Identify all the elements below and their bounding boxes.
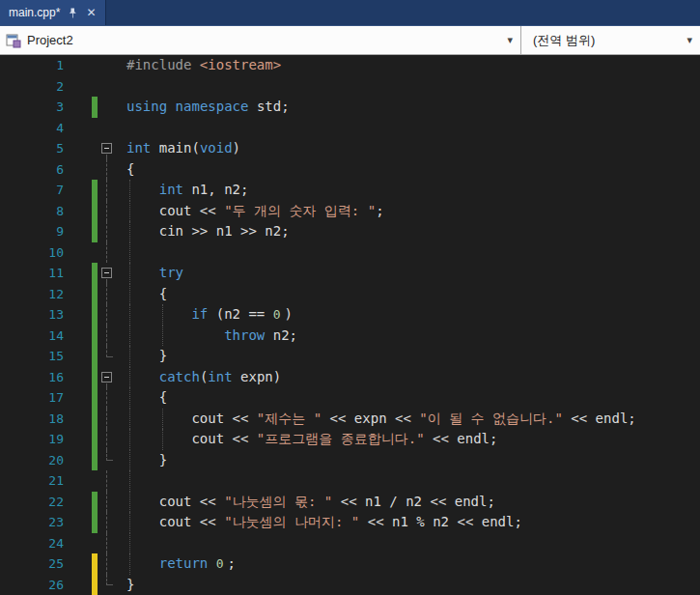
- code-token: cout <<: [126, 514, 224, 529]
- code-line[interactable]: 11 try: [0, 263, 700, 284]
- fold-toggle-icon[interactable]: [101, 143, 112, 154]
- code-content: #include <iostream>: [117, 55, 700, 76]
- code-token: << endl;: [425, 431, 498, 446]
- tab-main-cpp[interactable]: main.cpp* ✕: [0, 0, 106, 25]
- code-line[interactable]: 19 cout << "프로그램을 종료합니다." << endl;: [0, 429, 700, 450]
- code-line[interactable]: 6 {: [0, 159, 700, 181]
- fold-margin-cell: [98, 387, 117, 409]
- code-token: }: [126, 348, 167, 363]
- fold-margin-cell: [98, 159, 117, 181]
- code-token: ;: [376, 203, 383, 218]
- code-line[interactable]: 7 int n1, n2;: [0, 180, 700, 201]
- code-token: <iostream>: [200, 57, 281, 72]
- fold-margin-cell: [98, 180, 117, 201]
- code-token: int: [208, 369, 232, 384]
- code-line[interactable]: 14 throw n2;: [0, 326, 700, 347]
- selection-margin: [68, 118, 92, 139]
- code-token: main(: [151, 140, 200, 156]
- code-token: cin >> n1 >> n2;: [126, 223, 290, 239]
- fold-margin-cell: [98, 284, 117, 305]
- code-token: "두 개의 숫자 입력: ": [224, 203, 376, 218]
- code-line[interactable]: 1 #include <iostream>: [0, 55, 700, 76]
- fold-margin-cell: [98, 118, 117, 139]
- code-content: try: [117, 263, 700, 284]
- code-content: int n1, n2;: [117, 180, 700, 201]
- code-token: << endl;: [563, 411, 636, 426]
- code-line[interactable]: 9 cin >> n1 >> n2;: [0, 221, 700, 242]
- code-line[interactable]: 18 cout << "제수는 " << expn << "이 될 수 없습니다…: [0, 409, 700, 430]
- code-line[interactable]: 10: [0, 242, 700, 264]
- selection-margin: [68, 159, 92, 181]
- selection-margin: [68, 284, 92, 305]
- indent-guide: [162, 326, 163, 347]
- code-content: [117, 76, 700, 98]
- code-line[interactable]: 21: [0, 470, 700, 492]
- code-token: void: [200, 140, 233, 156]
- code-content: [117, 533, 700, 554]
- code-line[interactable]: 16 catch(int expn): [0, 367, 700, 388]
- code-token: #include: [126, 57, 200, 72]
- code-line[interactable]: 26 }: [0, 575, 700, 595]
- code-token: "나눗셈의 나머지: ": [224, 514, 359, 529]
- code-line[interactable]: 22 cout << "나눗셈의 몫: " << n1 / n2 << endl…: [0, 492, 700, 513]
- line-number: 4: [0, 118, 68, 139]
- code-line[interactable]: 5 int main(void): [0, 138, 700, 159]
- line-number: 3: [0, 97, 68, 118]
- code-content: cout << "두 개의 숫자 입력: ";: [117, 201, 700, 222]
- selection-margin: [68, 450, 92, 471]
- selection-margin: [68, 553, 92, 575]
- code-token: }: [126, 452, 167, 468]
- selection-margin: [68, 512, 92, 533]
- code-token: [208, 555, 215, 571]
- code-line[interactable]: 17 {: [0, 387, 700, 409]
- tab-title: main.cpp*: [9, 6, 60, 19]
- selection-margin: [68, 387, 92, 409]
- selection-margin: [68, 201, 92, 222]
- scope-dropdown-label: (전역 범위): [533, 32, 595, 49]
- code-content: using namespace std;: [117, 97, 700, 118]
- line-number: 24: [0, 533, 68, 554]
- close-icon[interactable]: ✕: [85, 7, 97, 18]
- fold-margin-cell: [98, 97, 117, 118]
- fold-margin-cell: [98, 450, 117, 471]
- code-line[interactable]: 25 return 0;: [0, 553, 700, 575]
- code-line[interactable]: 20 }: [0, 450, 700, 471]
- cpp-project-icon: [6, 33, 21, 48]
- code-line[interactable]: 24: [0, 533, 700, 554]
- fold-toggle-icon[interactable]: [101, 268, 112, 278]
- code-content: }: [117, 575, 700, 595]
- fold-margin-cell: [98, 55, 117, 76]
- code-line[interactable]: 23 cout << "나눗셈의 나머지: " << n1 % n2 << en…: [0, 512, 700, 533]
- code-content: catch(int expn): [117, 367, 700, 388]
- line-number: 19: [0, 429, 68, 450]
- code-token: cout <<: [126, 203, 224, 218]
- code-token: 0: [216, 556, 228, 571]
- line-number: 25: [0, 553, 68, 575]
- code-line[interactable]: 13 if (n2 == 0): [0, 304, 700, 326]
- code-line[interactable]: 3 using namespace std;: [0, 97, 700, 118]
- selection-margin: [68, 346, 92, 367]
- fold-toggle-icon[interactable]: [101, 372, 112, 382]
- code-content: }: [117, 450, 700, 471]
- fold-margin-cell: [98, 346, 117, 367]
- code-token: cout <<: [126, 411, 257, 426]
- indent-guide: [129, 367, 130, 388]
- fold-margin-cell: [98, 470, 117, 492]
- code-token: return: [159, 555, 209, 571]
- code-line[interactable]: 12 {: [0, 284, 700, 305]
- code-token: using: [126, 99, 167, 114]
- code-token: [126, 306, 191, 322]
- code-line[interactable]: 2: [0, 76, 700, 98]
- code-line[interactable]: 15 }: [0, 346, 700, 367]
- line-number: 23: [0, 512, 68, 533]
- code-token: throw: [224, 327, 265, 343]
- scope-dropdown[interactable]: (전역 범위) ▾: [521, 26, 700, 54]
- code-line[interactable]: 8 cout << "두 개의 숫자 입력: ";: [0, 201, 700, 222]
- navigation-bar: Project2 ▾ (전역 범위) ▾: [0, 25, 700, 55]
- project-dropdown[interactable]: Project2 ▾: [0, 26, 521, 54]
- code-editor[interactable]: 1 #include <iostream> 2 3 using namespac…: [0, 55, 700, 595]
- code-token: << n1 / n2 << endl;: [332, 494, 495, 509]
- code-line[interactable]: 4: [0, 118, 700, 139]
- pin-icon[interactable]: [68, 8, 77, 18]
- line-number: 16: [0, 367, 68, 388]
